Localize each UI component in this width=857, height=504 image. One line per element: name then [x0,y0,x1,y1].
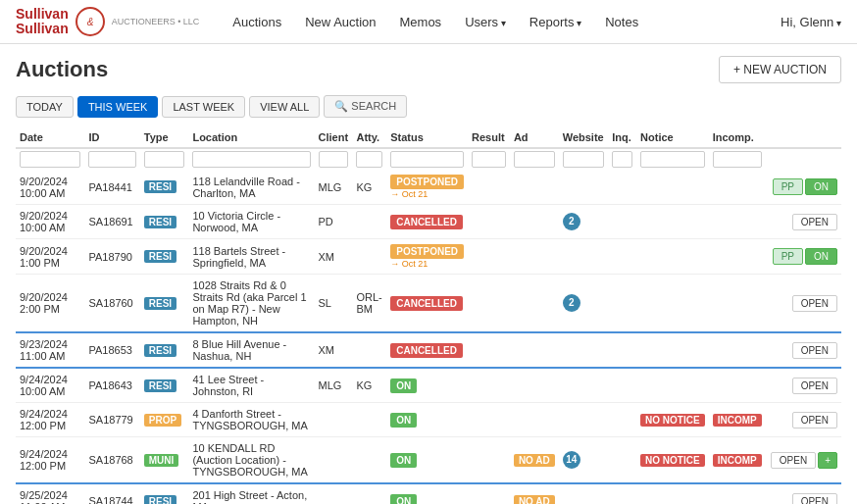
cell-id: SA18779 [84,403,139,437]
cell-client: MLG [315,368,353,403]
col-header-actions [766,127,841,148]
nav-notes[interactable]: Notes [595,11,648,33]
status-badge: CANCELLED [390,343,463,358]
filter-input-location[interactable] [192,151,310,168]
user-greeting[interactable]: Hi, Glenn [781,15,841,29]
action-btn-open[interactable]: OPEN [792,342,837,359]
action-btn-open[interactable]: OPEN [792,295,837,312]
col-header-id: ID [84,127,139,148]
filter-input-website[interactable] [563,151,605,168]
nav-auctions[interactable]: Auctions [223,11,291,33]
cell-website: 2 [559,275,609,333]
status-badge: ON [390,453,417,468]
cell-incomp [709,239,766,275]
cell-website: 14 [559,437,609,484]
action-btn-plus[interactable]: + [818,452,837,469]
action-btn-pp[interactable]: PP [773,248,803,265]
action-btn-open[interactable]: OPEN [792,214,837,230]
cell-result [468,332,510,368]
cell-type: RESI [140,368,189,403]
new-auction-button[interactable]: + NEW AUCTION [719,56,841,83]
cell-type: RESI [140,205,189,239]
table-row: 9/20/2024 10:00 AMSA18691RESI10 Victoria… [16,205,841,239]
col-header-website: Website [559,127,609,148]
filter-input-atty[interactable] [356,151,382,168]
cell-result [468,483,510,504]
auctions-table-wrap: Date ID Type Location Client Atty. Statu… [16,127,841,504]
website-count-badge: 2 [563,213,580,230]
action-btn-on[interactable]: ON [805,248,837,265]
type-badge: RESI [144,495,176,505]
cell-status: ON [386,483,468,504]
action-btn-open[interactable]: OPEN [771,452,816,469]
cell-type: RESI [140,332,189,368]
no-ad-badge: NO AD [514,495,555,505]
table-row: 9/20/2024 2:00 PMSA18760RESI1028 Straits… [16,275,841,333]
cell-inq [608,332,636,368]
filter-last-week[interactable]: LAST WEEK [162,96,245,118]
table-row: 9/24/2024 10:00 AMPA18643RESI41 Lee Stre… [16,368,841,403]
cell-type: RESI [140,275,189,333]
col-header-incomp: Incomp. [709,127,766,148]
filter-this-week[interactable]: THIS WEEK [77,96,159,118]
filter-input-incomp[interactable] [713,151,762,168]
page-title: Auctions [16,57,108,82]
action-btn-open[interactable]: OPEN [792,378,837,394]
cell-website [559,332,609,368]
cell-location: 118 Lelandville Road - Charlton, MA [188,170,314,205]
cell-notice [636,483,709,504]
cell-client: MLG [315,170,353,205]
filter-input-client[interactable] [319,151,349,168]
cell-website [559,170,609,205]
action-btn-open[interactable]: OPEN [792,493,837,505]
cell-atty [352,332,386,368]
website-count-badge: 14 [563,451,580,469]
website-count-badge: 2 [563,294,580,312]
cell-incomp [709,483,766,504]
cell-result [468,239,510,275]
type-badge: RESI [144,344,176,357]
action-btn-open[interactable]: OPEN [792,412,837,428]
filter-today[interactable]: TODAY [16,96,74,118]
filter-input-ad[interactable] [514,151,555,168]
filter-input-notice[interactable] [640,151,705,168]
type-badge: RESI [144,180,176,193]
cell-client [315,437,353,484]
cell-actions: PPON [766,239,841,275]
cell-status: CANCELLED [386,332,468,368]
nav-users[interactable]: Users [455,11,516,33]
filter-view-all[interactable]: VIEW ALL [249,96,320,118]
cell-client [315,483,353,504]
cell-ad [510,332,559,368]
filter-input-date[interactable] [20,151,80,168]
filter-input-inq[interactable] [612,151,632,168]
filter-input-status[interactable] [390,151,464,168]
page-header: Auctions + NEW AUCTION [16,56,841,83]
filter-input-id[interactable] [88,151,135,168]
table-row: 9/25/2024 11:00 AMSA18744RESI201 High St… [16,483,841,504]
filter-input-result[interactable] [472,151,506,168]
table-row: 9/24/2024 12:00 PMSA18779PROP4 Danforth … [16,403,841,437]
cell-website [559,483,609,504]
header: Sullivan Sullivan & AUCTIONEERS • LLC Au… [0,0,857,44]
filter-input-type[interactable] [144,151,185,168]
cell-inq [608,239,636,275]
cell-inq [608,205,636,239]
filter-search[interactable]: 🔍 SEARCH [324,95,407,118]
nav-new-auction[interactable]: New Auction [295,11,385,33]
cell-location: 41 Lee Street - Johnston, RI [188,368,314,403]
nav-memos[interactable]: Memos [390,11,452,33]
table-row: 9/20/2024 1:00 PMPA18790RESI118 Bartels … [16,239,841,275]
cell-status: ON [386,368,468,403]
action-btn-pp[interactable]: PP [773,178,803,195]
cell-ad [510,275,559,333]
cell-result [468,170,510,205]
cell-id: SA18760 [84,275,139,333]
cell-date: 9/20/2024 1:00 PM [16,239,84,275]
type-badge: RESI [144,250,176,263]
action-btn-on[interactable]: ON [805,178,837,195]
cell-atty [352,239,386,275]
cell-id: SA18744 [84,483,139,504]
cell-date: 9/24/2024 12:00 PM [16,403,84,437]
nav-reports[interactable]: Reports [520,11,591,33]
